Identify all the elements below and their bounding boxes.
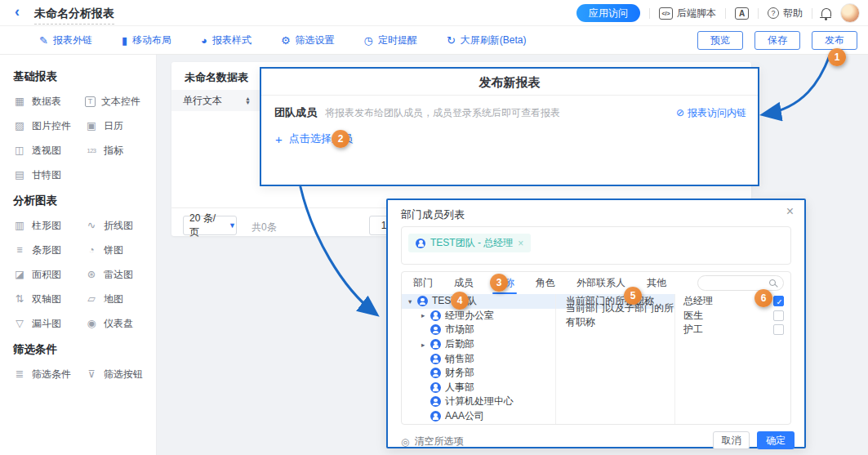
chip-label: TEST团队 - 总经理 <box>430 236 513 250</box>
tab-member[interactable]: 成员 <box>454 272 474 294</box>
title-label: 护工 <box>683 323 773 337</box>
tab-report-style[interactable]: ◕ 报表样式 <box>201 33 251 47</box>
sidebar-item-text-widget[interactable]: T文本控件 <box>85 95 152 109</box>
publish-button[interactable]: 发布 <box>812 31 857 50</box>
widget-sidebar: 基础报表 ▦数据表 T文本控件 ▨图片控件 ▣日历 ◫透视图 123指标 ▤甘特… <box>0 55 157 455</box>
sidebar-item-funnel-chart[interactable]: ▽漏斗图 <box>13 317 85 331</box>
back-icon[interactable]: ‹ <box>15 3 20 20</box>
notification-bell-icon[interactable] <box>821 8 831 17</box>
sidebar-item-data-table[interactable]: ▦数据表 <box>13 95 85 109</box>
tab-external-contact[interactable]: 外部联系人 <box>576 272 625 294</box>
map-icon: ▱ <box>85 294 98 305</box>
preview-button[interactable]: 预览 <box>697 31 743 50</box>
confirm-button[interactable]: 确定 <box>757 431 795 449</box>
checkbox[interactable] <box>773 324 784 335</box>
section-items: ▥柱形图 ∿折线图 ≡条形图 ◔饼图 ◪面积图 ⊛雷达图 ⇅双轴图 ▱地图 ▽漏… <box>13 219 156 331</box>
tree-node-hr[interactable]: 人事部 <box>402 381 555 395</box>
chevron-down-icon: ▼ <box>229 221 236 230</box>
scope-current-and-sub-dept[interactable]: 当前部门以及子部门的所有职称 <box>556 309 674 323</box>
search-input[interactable] <box>697 275 784 291</box>
automation-icon[interactable]: A <box>735 7 749 20</box>
section-filter-conditions: 筛选条件 <box>13 342 156 357</box>
title-row-doctor[interactable]: 医生 <box>675 309 790 323</box>
tree-node-sales[interactable]: 销售部 <box>402 351 555 366</box>
help-button[interactable]: ? 帮助 <box>768 7 803 20</box>
section-basic-reports: 基础报表 <box>13 69 156 84</box>
chip-remove-icon[interactable]: × <box>518 238 523 249</box>
tab-label: 筛选设置 <box>296 33 335 47</box>
tab-bigscreen-refresh[interactable]: ↻ 大屏刷新(Beta) <box>447 33 527 47</box>
caret-right-icon[interactable]: ▸ <box>421 311 430 319</box>
sidebar-item-gauge[interactable]: ◉仪表盘 <box>85 317 152 331</box>
gear-icon: ⚙ <box>281 35 291 46</box>
tab-mobile-layout[interactable]: ▮ 移动布局 <box>122 33 171 47</box>
report-access-link[interactable]: ⊘ 报表访问内链 <box>676 106 746 120</box>
sidebar-item-pivot[interactable]: ◫透视图 <box>13 144 85 158</box>
checkbox-checked[interactable] <box>773 296 784 306</box>
sidebar-item-map[interactable]: ▱地图 <box>85 292 152 306</box>
sidebar-item-filter-condition[interactable]: ≣筛选条件 <box>13 368 85 381</box>
tab-scheduled-reminder[interactable]: ◷ 定时提醒 <box>364 33 417 47</box>
member-picker-dialog: 部门成员列表 × TEST团队 - 总经理 × 部门 成员 职称 角色 外部联系… <box>386 199 806 448</box>
tab-report-external-link[interactable]: ✎ 报表外链 <box>39 33 92 47</box>
sidebar-item-pie-chart[interactable]: ◔饼图 <box>85 243 152 257</box>
toolbar-tabs: ✎ 报表外链 ▮ 移动布局 ◕ 报表样式 ⚙ 筛选设置 ◷ 定时提醒 ↻ 大屏刷… <box>39 26 527 55</box>
number-icon: 123 <box>85 145 98 156</box>
tab-other[interactable]: 其他 <box>647 272 666 294</box>
clock-icon: ◷ <box>364 35 373 46</box>
tree-node-manager-office[interactable]: ▸经理办公室 <box>402 309 555 323</box>
item-label: 地图 <box>104 292 123 306</box>
page-size-select[interactable]: 20 条/页 ▼ <box>183 216 237 235</box>
selected-chip: TEST团队 - 总经理 × <box>408 234 531 252</box>
tab-role[interactable]: 角色 <box>536 272 555 294</box>
gantt-icon: ▤ <box>13 170 26 181</box>
sidebar-item-image-widget[interactable]: ▨图片控件 <box>13 119 85 133</box>
tab-label: 移动布局 <box>132 33 171 47</box>
radar-chart-icon: ⊛ <box>85 270 98 280</box>
user-avatar[interactable] <box>840 3 860 23</box>
tree-node-test-team[interactable]: ▾TEST团队 <box>402 294 555 309</box>
close-icon[interactable]: × <box>786 204 794 219</box>
caret-right-icon[interactable]: ▸ <box>421 341 430 349</box>
caret-down-icon[interactable]: ▾ <box>408 297 417 306</box>
pie-chart-icon: ◔ <box>85 245 98 256</box>
item-label: 面积图 <box>32 268 61 282</box>
tree-node-finance[interactable]: 财务部 <box>402 366 555 381</box>
save-button[interactable]: 保存 <box>754 31 800 50</box>
sidebar-item-indicator[interactable]: 123指标 <box>85 144 152 158</box>
step-badge-2: 2 <box>332 130 349 148</box>
sidebar-item-area-chart[interactable]: ◪面积图 <box>13 268 85 282</box>
app-access-button[interactable]: 应用访问 <box>576 4 640 22</box>
item-label: 漏斗图 <box>32 317 61 331</box>
org-icon <box>430 354 441 364</box>
tree-node-computer-center[interactable]: 计算机处理中心 <box>402 395 555 409</box>
scope-options: 当前部门的所有职称 当前部门以及子部门的所有职称 <box>555 294 674 424</box>
page-title[interactable]: 未命名分析报表 <box>34 7 114 25</box>
title-row-nurse[interactable]: 护工 <box>675 323 790 337</box>
image-icon: ▨ <box>13 121 26 132</box>
filter-button-icon: ⊽ <box>85 369 98 380</box>
title-row-general-manager[interactable]: 总经理 <box>675 294 790 309</box>
sidebar-item-line-chart[interactable]: ∿折线图 <box>85 219 152 233</box>
table-title: 未命名数据表 <box>185 70 248 85</box>
sidebar-item-column-chart[interactable]: ▥柱形图 <box>13 219 85 233</box>
tree-node-aaa-company[interactable]: AAA公司 <box>402 409 555 424</box>
department-tree: ▾TEST团队 ▸经理办公室 市场部 ▸后勤部 销售部 财务部 人事部 计算机处… <box>402 294 555 424</box>
sidebar-item-filter-button[interactable]: ⊽筛选按钮 <box>85 368 152 381</box>
checkbox[interactable] <box>773 310 784 321</box>
sort-icon[interactable]: ▲▼ <box>245 96 251 105</box>
sidebar-item-calendar[interactable]: ▣日历 <box>85 119 152 133</box>
tab-department[interactable]: 部门 <box>413 272 433 294</box>
cancel-button[interactable]: 取消 <box>713 431 750 449</box>
tab-filter-settings[interactable]: ⚙ 筛选设置 <box>281 33 335 47</box>
clear-selection-link[interactable]: ◎ 清空所选项 <box>401 435 463 448</box>
tree-node-logistics[interactable]: ▸后勤部 <box>402 337 555 352</box>
tree-node-marketing[interactable]: 市场部 <box>402 323 555 337</box>
sidebar-item-dual-axis-chart[interactable]: ⇅双轴图 <box>13 292 85 306</box>
step-badge-6: 6 <box>754 289 772 307</box>
sidebar-item-radar-chart[interactable]: ⊛雷达图 <box>85 268 152 282</box>
backend-script-button[interactable]: </> 后端脚本 <box>659 7 716 20</box>
sidebar-item-gantt[interactable]: ▤甘特图 <box>13 168 85 182</box>
item-label: 饼图 <box>104 243 123 257</box>
sidebar-item-bar-chart[interactable]: ≡条形图 <box>13 243 85 257</box>
